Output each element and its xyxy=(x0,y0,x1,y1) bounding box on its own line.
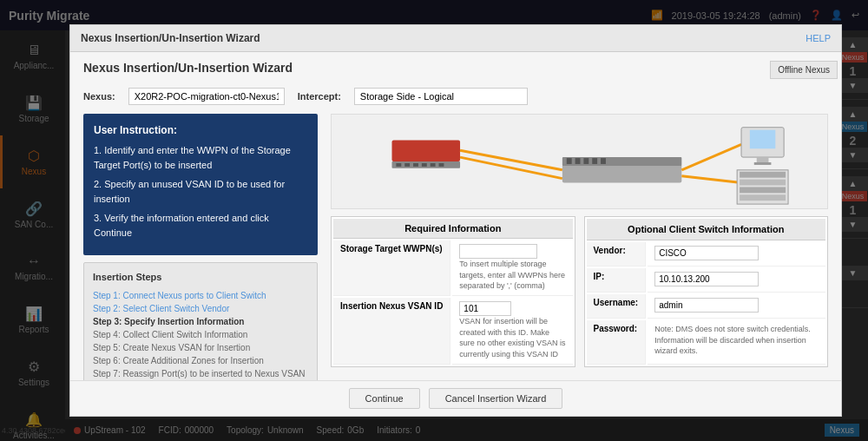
tables-row: Required Information Storage Target WWPN… xyxy=(331,216,828,367)
svg-rect-3 xyxy=(404,163,410,167)
svg-rect-6 xyxy=(431,163,436,167)
svg-rect-16 xyxy=(601,158,606,164)
wwpn-label: Storage Target WWPN(s) xyxy=(333,240,450,296)
svg-rect-5 xyxy=(422,163,427,167)
nexus-input[interactable] xyxy=(128,88,285,105)
svg-rect-14 xyxy=(583,158,589,164)
modal-content-row: User Instruction: 1. Identify and enter … xyxy=(83,114,828,380)
vendor-input[interactable] xyxy=(654,246,759,260)
left-panel: User Instruction: 1. Identify and enter … xyxy=(83,114,318,380)
svg-rect-26 xyxy=(740,187,786,193)
optional-table-header: Optional Client Switch Information xyxy=(587,219,826,240)
svg-rect-12 xyxy=(567,158,572,164)
username-label: Username: xyxy=(587,294,647,319)
svg-rect-15 xyxy=(592,158,597,164)
svg-rect-21 xyxy=(757,157,769,162)
password-hint: Note: DMS does not store switch credenti… xyxy=(654,325,811,355)
instruction-step1: 1. Identify and enter the WWPN of the St… xyxy=(94,143,307,172)
ip-label: IP: xyxy=(587,268,647,293)
svg-rect-20 xyxy=(750,130,775,149)
insertion-steps-title: Insertion Steps xyxy=(93,272,308,282)
step-2[interactable]: Step 2: Select Client Switch Vendor xyxy=(93,302,308,315)
wwpn-input[interactable] xyxy=(459,244,537,259)
modal-header-title: Nexus Insertion/Un-Insertion Wizard xyxy=(81,32,260,44)
svg-rect-13 xyxy=(575,158,581,164)
modal-body: Nexus Insertion/Un-Insertion Wizard Nexu… xyxy=(70,52,841,380)
vsan-hint: VSAN for insertion will be created with … xyxy=(459,317,565,359)
intercept-label: Intercept: xyxy=(298,91,341,102)
nexus-intercept-row: Nexus: Intercept: xyxy=(83,88,828,105)
continue-button[interactable]: Continue xyxy=(349,388,420,409)
password-cell: Note: DMS does not store switch credenti… xyxy=(648,320,825,365)
vsan-label: Insertion Nexus VSAN ID xyxy=(333,298,450,365)
step-7: Step 7: Reassign Port(s) to be inserted … xyxy=(93,367,308,380)
svg-rect-7 xyxy=(439,163,444,167)
diagram-area xyxy=(331,114,828,209)
required-info-table: Required Information Storage Target WWPN… xyxy=(331,216,575,367)
instruction-title: User Instruction: xyxy=(94,124,307,136)
ip-cell xyxy=(648,268,825,293)
svg-line-17 xyxy=(681,144,741,169)
modal-footer: Continue Cancel Insertion Wizard xyxy=(70,380,841,416)
wwpn-hint: To insert multiple storage targets, ente… xyxy=(459,260,565,290)
step-3: Step 3: Specify Insertion Information xyxy=(93,315,308,328)
svg-rect-24 xyxy=(740,172,786,178)
vendor-cell xyxy=(648,242,825,267)
modal-header: Nexus Insertion/Un-Insertion Wizard HELP xyxy=(70,25,841,52)
network-diagram xyxy=(332,115,827,208)
svg-rect-27 xyxy=(740,194,786,201)
instruction-box: User Instruction: 1. Identify and enter … xyxy=(83,114,318,255)
optional-info-table: Optional Client Switch Information Vendo… xyxy=(584,216,829,367)
svg-rect-0 xyxy=(392,140,461,161)
wwpn-cell: To insert multiple storage targets, ente… xyxy=(452,240,572,296)
password-label: Password: xyxy=(587,320,647,365)
svg-rect-2 xyxy=(396,163,401,167)
svg-rect-4 xyxy=(413,163,418,167)
step-1[interactable]: Step 1: Connect Nexus ports to Client Sw… xyxy=(93,289,308,302)
svg-line-18 xyxy=(681,176,741,183)
intercept-input[interactable] xyxy=(354,88,528,105)
steps-box: Insertion Steps Step 1: Connect Nexus po… xyxy=(83,262,318,380)
username-cell xyxy=(648,294,825,319)
vendor-label: Vendor: xyxy=(587,242,647,267)
instruction-step3: 3. Verify the information entered and cl… xyxy=(94,211,307,240)
right-panel: Required Information Storage Target WWPN… xyxy=(331,114,828,380)
vsan-cell: VSAN for insertion will be created with … xyxy=(452,298,572,365)
svg-rect-22 xyxy=(754,162,772,165)
ip-input[interactable] xyxy=(654,272,759,286)
step-5: Step 5: Create Nexus VSAN for Insertion xyxy=(93,341,308,354)
instruction-step2: 2. Specify an unused VSAN ID to be used … xyxy=(94,177,307,206)
step-4: Step 4: Collect Client Switch Informatio… xyxy=(93,328,308,341)
modal-help-link[interactable]: HELP xyxy=(806,33,831,43)
modal-wizard: Nexus Insertion/Un-Insertion Wizard HELP… xyxy=(69,24,842,417)
offline-nexus-button[interactable]: Offline Nexus xyxy=(770,61,838,79)
vsan-input[interactable] xyxy=(459,301,511,316)
required-table-header: Required Information xyxy=(333,219,573,239)
cancel-button[interactable]: Cancel Insertion Wizard xyxy=(429,388,563,409)
username-input[interactable] xyxy=(654,298,759,313)
svg-rect-10 xyxy=(562,164,681,183)
modal-title: Nexus Insertion/Un-Insertion Wizard xyxy=(83,61,828,75)
svg-rect-25 xyxy=(740,180,786,186)
step-6: Step 6: Create Additional Zones for Inse… xyxy=(93,354,308,367)
nexus-label: Nexus: xyxy=(83,91,115,102)
